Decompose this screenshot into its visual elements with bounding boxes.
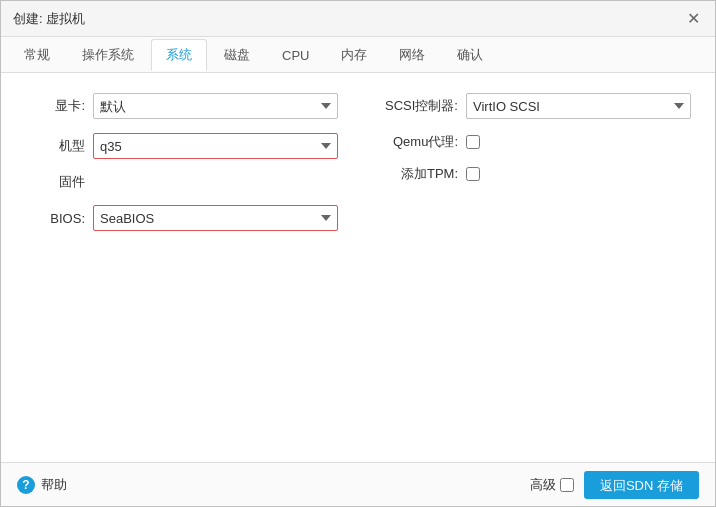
footer-left: ? 帮助 <box>17 476 67 494</box>
tab-system[interactable]: 系统 <box>151 39 207 71</box>
tab-memory[interactable]: 内存 <box>326 39 382 70</box>
display-card-row: 显卡: 默认 <box>25 93 338 119</box>
footer-right: 高级 返回SDN 存储 <box>530 471 699 499</box>
help-icon[interactable]: ? <box>17 476 35 494</box>
bios-row: BIOS: SeaBIOS <box>25 205 338 231</box>
next-button[interactable]: 返回SDN 存储 <box>584 471 699 499</box>
form-right: SCSI控制器: VirtIO SCSI Qemu代理: 添加TPM: <box>378 93 691 231</box>
close-button[interactable]: ✕ <box>683 9 703 29</box>
tab-general[interactable]: 常规 <box>9 39 65 70</box>
add-tpm-label: 添加TPM: <box>378 165 458 183</box>
add-tpm-row: 添加TPM: <box>378 165 691 183</box>
tab-os[interactable]: 操作系统 <box>67 39 149 70</box>
scsi-label: SCSI控制器: <box>378 97 458 115</box>
scsi-row: SCSI控制器: VirtIO SCSI <box>378 93 691 119</box>
tab-network[interactable]: 网络 <box>384 39 440 70</box>
machine-type-select[interactable]: q35 <box>93 133 338 159</box>
bios-label: BIOS: <box>25 211 85 226</box>
advanced-checkbox[interactable] <box>560 478 574 492</box>
footer: ? 帮助 高级 返回SDN 存储 <box>1 462 715 506</box>
dialog-title: 创建: 虚拟机 <box>13 10 85 28</box>
form-area: 显卡: 默认 机型 q35 固件 B <box>25 93 691 231</box>
tab-bar: 常规 操作系统 系统 磁盘 CPU 内存 网络 确认 <box>1 37 715 73</box>
scsi-select[interactable]: VirtIO SCSI <box>466 93 691 119</box>
firmware-label: 固件 <box>25 173 85 191</box>
qemu-agent-label: Qemu代理: <box>378 133 458 151</box>
help-label: 帮助 <box>41 476 67 494</box>
qemu-agent-checkbox[interactable] <box>466 135 480 149</box>
machine-type-row: 机型 q35 <box>25 133 338 159</box>
content-area: 显卡: 默认 机型 q35 固件 B <box>1 73 715 462</box>
machine-type-label: 机型 <box>25 137 85 155</box>
tab-disk[interactable]: 磁盘 <box>209 39 265 70</box>
title-bar: 创建: 虚拟机 ✕ <box>1 1 715 37</box>
qemu-agent-row: Qemu代理: <box>378 133 691 151</box>
firmware-row: 固件 <box>25 173 338 191</box>
tab-cpu[interactable]: CPU <box>267 41 324 69</box>
advanced-row: 高级 <box>530 476 574 494</box>
bios-select[interactable]: SeaBIOS <box>93 205 338 231</box>
tab-confirm[interactable]: 确认 <box>442 39 498 70</box>
display-card-select[interactable]: 默认 <box>93 93 338 119</box>
dialog: 创建: 虚拟机 ✕ 常规 操作系统 系统 磁盘 CPU 内存 网络 确认 显卡:… <box>0 0 716 507</box>
form-left: 显卡: 默认 机型 q35 固件 B <box>25 93 338 231</box>
display-card-label: 显卡: <box>25 97 85 115</box>
add-tpm-checkbox[interactable] <box>466 167 480 181</box>
advanced-label: 高级 <box>530 476 556 494</box>
